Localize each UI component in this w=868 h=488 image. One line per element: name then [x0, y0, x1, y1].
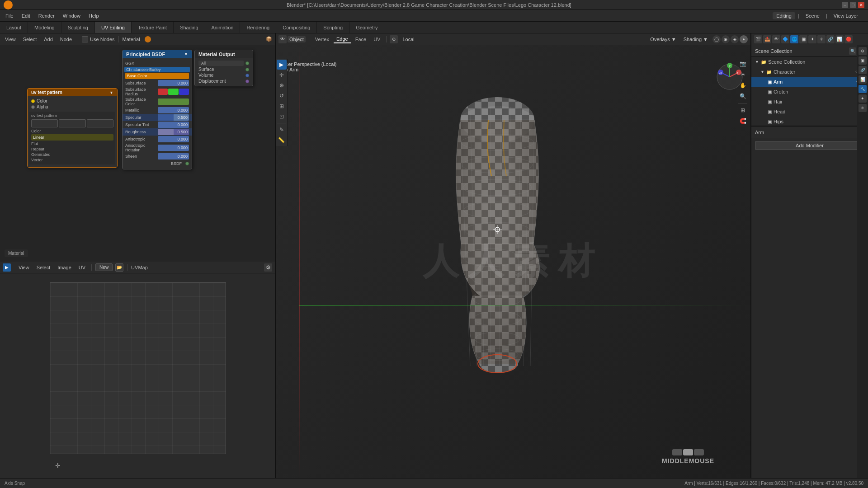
menu-render[interactable]: Render — [35, 12, 58, 19]
view-layer-label[interactable]: View Layer — [830, 12, 862, 19]
uv-uvmap-label[interactable]: UVMap — [131, 265, 148, 270]
maximize-button[interactable]: □ — [850, 2, 856, 8]
vp-tool-annotate[interactable]: ✎ — [277, 125, 287, 135]
vp-tab-uv[interactable]: UV — [371, 36, 383, 43]
outliner-character-collection[interactable]: ▼ 📁 Character 👁 ⊙ — [751, 67, 868, 77]
bsdf-node[interactable]: Principled BSDF ▼ GGX Christansen-Burley… — [122, 50, 192, 169]
tab-sculpting[interactable]: Sculpting — [61, 22, 95, 33]
vp-camera-icon[interactable]: 📷 — [738, 59, 748, 69]
minimize-button[interactable]: – — [842, 2, 848, 8]
texture-sub-btn3[interactable] — [87, 119, 113, 127]
outliner-item-hips[interactable]: ▣ Hips — [751, 117, 868, 127]
bsdf-radius-r[interactable] — [158, 89, 168, 95]
uv-new-button[interactable]: New — [95, 263, 113, 271]
vp-tool-rotate[interactable]: ↺ — [277, 91, 287, 101]
rp-icon-world[interactable]: 🌐 — [790, 35, 798, 43]
tab-texture-paint[interactable]: Texture Paint — [132, 22, 174, 33]
rp-icon-particles[interactable]: ✦ — [808, 35, 816, 43]
matout-surface-socket[interactable] — [245, 68, 249, 71]
uv-folder-icon[interactable]: 📂 — [115, 263, 123, 272]
menu-window[interactable]: Window — [59, 12, 84, 19]
matout-all-socket[interactable] — [245, 61, 249, 65]
matout-volume-socket[interactable] — [245, 74, 249, 77]
uv-uv-menu[interactable]: UV — [76, 264, 88, 271]
bsdf-sheen-bar[interactable]: 0.000 — [158, 153, 189, 160]
use-nodes-toggle[interactable] — [82, 36, 88, 42]
rp-icon-output[interactable]: 📤 — [763, 35, 771, 43]
tab-animation[interactable]: Animation — [205, 22, 241, 33]
bsdf-anisotropic-rot-bar[interactable]: 0.000 — [158, 145, 189, 151]
rp-icon-constraints[interactable]: 🔗 — [826, 35, 835, 43]
uv-view-menu[interactable]: View — [16, 264, 32, 271]
tab-geometry[interactable]: Geometry — [349, 22, 384, 33]
uv-settings-icon[interactable]: ⚙ — [264, 263, 272, 272]
vp-overlays-btn[interactable]: Overlays ▼ — [647, 36, 679, 42]
bsdf-bsdf-socket[interactable] — [185, 162, 189, 165]
bsdf-subsurface-bar[interactable]: 0.000 — [158, 80, 189, 86]
tab-rendering[interactable]: Rendering — [240, 22, 276, 33]
tex-linear[interactable]: Linear — [31, 134, 113, 141]
tab-layout[interactable]: Layout — [0, 22, 28, 33]
vp-tool-move[interactable]: ⊕ — [277, 80, 287, 90]
uv-mode-select[interactable]: ▶ — [3, 263, 11, 272]
tab-modeling[interactable]: Modeling — [28, 22, 61, 33]
vp-sun-icon[interactable]: ☀ — [738, 70, 748, 80]
material-output-node[interactable]: Material Output All Surface Volume — [194, 50, 253, 86]
viewport-canvas[interactable]: User Perspective (Local) (1) Arm ▶ ✛ ⊕ ↺… — [276, 45, 750, 478]
menu-help[interactable]: Help — [85, 12, 103, 19]
texture-node[interactable]: uv test pattern ▼ Color Alpha uv test pa… — [27, 88, 118, 168]
outliner-item-arm[interactable]: ▣ Arm 👁 ● — [751, 77, 868, 87]
bsdf-specular-bar[interactable]: 0.500 — [158, 114, 189, 121]
vp-hand-icon[interactable]: ✋ — [738, 80, 748, 90]
node-add-menu[interactable]: Add — [42, 36, 55, 43]
vp-wireframe-mode[interactable]: ◯ — [712, 35, 721, 43]
outliner-search-icon[interactable]: 🔍 — [849, 47, 856, 55]
vp-proportional-icon[interactable]: ⊙ — [390, 35, 398, 43]
vp-solid-mode[interactable]: ◉ — [722, 35, 730, 43]
vp-tool-scale[interactable]: ⊞ — [277, 101, 287, 111]
tab-scripting[interactable]: Scripting — [317, 22, 349, 33]
bsdf-distribution[interactable]: Christansen-Burley — [124, 67, 190, 72]
texture-color-socket[interactable] — [31, 99, 35, 103]
vp-tool-cursor[interactable]: ✛ — [277, 70, 287, 80]
vp-tool-select[interactable]: ▶ — [277, 60, 287, 70]
vp-zoom-icon[interactable]: 🔍 — [738, 91, 748, 101]
bsdf-anisotropic-bar[interactable]: 0.000 — [158, 136, 189, 142]
vp-tab-edge[interactable]: Edge — [334, 35, 351, 43]
uv-select-menu[interactable]: Select — [34, 264, 53, 271]
vp-tab-vertex[interactable]: Vertex — [312, 36, 332, 43]
outliner-item-crotch[interactable]: ▣ Crotch 👁 — [751, 87, 868, 97]
node-node-menu[interactable]: Node — [58, 36, 74, 43]
rp-icon-render[interactable]: 🎬 — [754, 35, 762, 43]
node-select-menu[interactable]: Select — [21, 36, 39, 43]
bsdf-metallic-bar[interactable]: 0.000 — [158, 107, 189, 113]
outliner-item-head[interactable]: ▣ Head — [751, 107, 868, 117]
uv-image-menu[interactable]: Image — [55, 264, 74, 271]
menu-edit[interactable]: Edit — [18, 12, 34, 19]
close-button[interactable]: ✕ — [858, 2, 864, 8]
rp-icon-physics[interactable]: ⚛ — [817, 35, 826, 43]
texture-alpha-socket[interactable] — [31, 105, 35, 109]
vp-tool-transform[interactable]: ⊡ — [277, 112, 287, 122]
matout-displacement-socket[interactable] — [245, 80, 249, 83]
tab-uv-editing[interactable]: UV Editing — [95, 22, 132, 33]
matout-all-select[interactable]: All — [198, 61, 244, 66]
vp-shading-btn[interactable]: Shading ▼ — [681, 36, 711, 42]
bsdf-sub-color-bar[interactable] — [158, 99, 189, 105]
bsdf-roughness-bar[interactable]: 0.500 — [158, 129, 189, 135]
vp-grid-icon[interactable]: ⊞ — [738, 105, 748, 115]
vp-tool-measure[interactable]: 📏 — [277, 135, 287, 145]
outliner-item-hair[interactable]: ▣ Hair — [751, 97, 868, 107]
rp-icon-data[interactable]: 📊 — [835, 35, 844, 43]
vp-tab-face[interactable]: Face — [353, 36, 369, 43]
vp-rendered-mode[interactable]: ● — [740, 35, 748, 43]
vp-local-label[interactable]: Local — [400, 36, 417, 42]
rp-icon-scene[interactable]: 🔷 — [781, 35, 789, 43]
bsdf-radius-g[interactable] — [168, 89, 178, 95]
vp-snap-icon[interactable]: 🧲 — [738, 116, 748, 126]
vp-material-mode[interactable]: ◈ — [731, 35, 739, 43]
bsdf-radius-b[interactable] — [179, 89, 189, 95]
tab-shading[interactable]: Shading — [174, 22, 205, 33]
vp-mode-icon[interactable]: 👁 — [278, 35, 287, 43]
texture-node-controls[interactable]: ▼ — [109, 90, 113, 95]
